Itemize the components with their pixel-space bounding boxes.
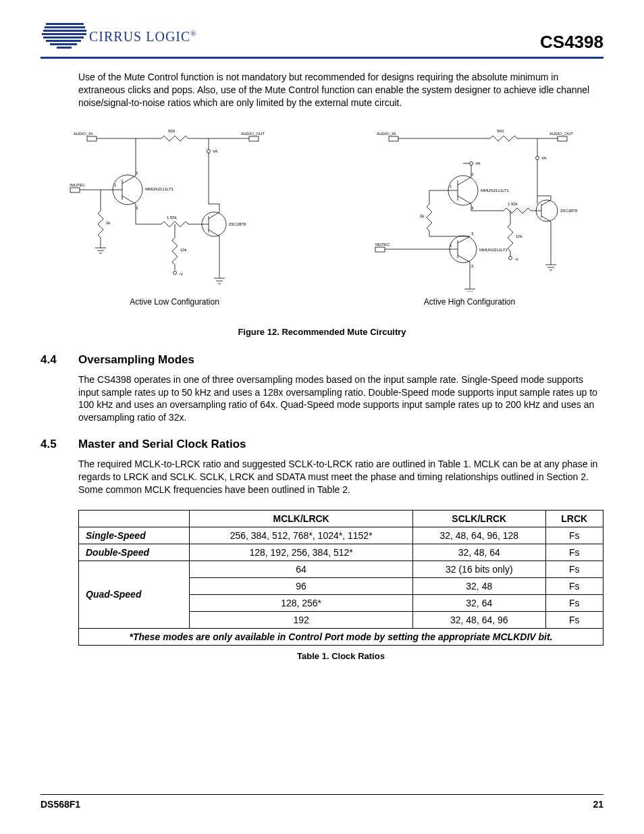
svg-rect-5 [46, 40, 81, 42]
svg-point-55 [173, 271, 176, 274]
svg-rect-2 [43, 30, 86, 32]
svg-point-68 [535, 156, 539, 159]
svg-line-78 [458, 196, 471, 204]
circuit-caption-low: Active Low Configuration [130, 297, 219, 307]
svg-text:2: 2 [136, 171, 138, 175]
svg-rect-65 [558, 136, 567, 141]
svg-text:2: 2 [471, 264, 474, 268]
section-title-44: Oversampling Modes [78, 353, 194, 367]
svg-point-72 [469, 161, 473, 165]
th-lrck: LRCK [545, 510, 603, 527]
svg-line-46 [209, 230, 219, 236]
circuit-diagram-high-icon: AUDIO_IN 560 AUDIO_OUT VA VA MMUN2111LT1 [362, 123, 578, 292]
svg-text:1: 1 [450, 184, 452, 188]
svg-rect-60 [389, 136, 398, 141]
svg-text:AUDIO_IN: AUDIO_IN [74, 132, 92, 136]
th-mclk: MCLK/LRCK [190, 510, 413, 527]
page-footer: DS568F1 21 [41, 794, 603, 810]
svg-text:2: 2 [471, 172, 474, 176]
svg-text:560: 560 [497, 129, 504, 133]
cirrus-logo: CIRRUS LOGIC® [41, 20, 197, 53]
svg-text:3: 3 [471, 232, 474, 236]
svg-rect-7 [57, 47, 72, 49]
svg-text:560: 560 [168, 129, 176, 133]
circuit-active-high: AUDIO_IN 560 AUDIO_OUT VA VA MMUN2111LT1 [362, 123, 578, 307]
circuit-active-low: AUDIO_IN 560 AUDIO_OUT VA /MUTEC MMUN211… [67, 123, 283, 307]
logo-text: CIRRUS LOGIC® [89, 29, 197, 45]
table-row: Quad-Speed 64 32 (16 bits only) Fs [79, 561, 603, 577]
svg-rect-1 [45, 26, 85, 28]
circuit-diagram-low-icon: AUDIO_IN 560 AUDIO_OUT VA /MUTEC MMUN211… [67, 123, 283, 292]
table-1-caption: Table 1. Clock Ratios [78, 651, 603, 661]
svg-text:VA: VA [541, 156, 547, 160]
section-4-5-heading: 4.5 Master and Serial Clock Ratios [41, 438, 603, 451]
intro-paragraph: Use of the Mute Control function is not … [78, 71, 603, 109]
svg-text:1.50k: 1.50k [508, 202, 518, 206]
svg-point-16 [207, 149, 210, 153]
svg-text:2SC2878: 2SC2878 [560, 209, 578, 213]
svg-text:1: 1 [450, 243, 452, 247]
th-sclk: SCLK/LRCK [413, 510, 545, 527]
table-row: Double-Speed 128, 192, 256, 384, 512* 32… [79, 544, 603, 561]
table-footnote-row: *These modes are only available in Contr… [79, 628, 603, 645]
svg-line-112 [458, 255, 470, 262]
svg-text:MMUN2111LT1: MMUN2111LT1 [145, 187, 174, 191]
part-number: CS4398 [540, 32, 603, 53]
cirrus-logo-icon [41, 20, 89, 53]
svg-line-45 [209, 212, 219, 219]
svg-rect-104 [375, 247, 385, 252]
mute-circuitry-figure: AUDIO_IN 560 AUDIO_OUT VA /MUTEC MMUN211… [41, 123, 603, 307]
svg-text:10k: 10k [180, 248, 188, 252]
section-4-4-heading: 4.4 Oversampling Modes [41, 353, 603, 367]
svg-point-123 [508, 256, 512, 259]
svg-rect-4 [43, 36, 84, 38]
section-title-45: Master and Serial Clock Ratios [78, 438, 246, 451]
page-header: CIRRUS LOGIC® CS4398 [41, 20, 603, 59]
table-row: Single-Speed 256, 384, 512, 768*, 1024*,… [79, 527, 603, 544]
svg-text:MMUN2111LT1: MMUN2111LT1 [481, 188, 510, 192]
svg-line-76 [458, 177, 471, 185]
svg-text:MMUN2211LT1: MMUN2211LT1 [479, 248, 508, 252]
figure-12-caption: Figure 12. Recommended Mute Circuitry [41, 327, 603, 337]
svg-rect-8 [87, 136, 97, 141]
svg-text:-V: -V [514, 257, 518, 261]
svg-text:-V: -V [179, 272, 183, 276]
circuit-caption-high: Active High Configuration [424, 297, 515, 307]
svg-line-110 [458, 236, 470, 243]
svg-text:VA: VA [475, 161, 481, 165]
svg-rect-19 [70, 188, 80, 192]
section-num-45: 4.5 [41, 438, 78, 451]
svg-text:VA: VA [213, 149, 218, 153]
svg-rect-6 [50, 43, 77, 45]
svg-text:2k: 2k [106, 221, 111, 225]
section-4-4-text: The CS4398 operates in one of three over… [78, 373, 603, 425]
svg-text:1: 1 [114, 183, 117, 187]
svg-text:3: 3 [136, 206, 138, 210]
svg-text:MUTEC: MUTEC [375, 242, 390, 246]
th-blank [79, 510, 190, 527]
svg-rect-0 [46, 23, 84, 25]
page-number: 21 [593, 799, 603, 810]
svg-text:2SC2878: 2SC2878 [229, 222, 246, 226]
section-4-5-text: The required MCLK-to-LRCK ratio and sugg… [78, 458, 603, 496]
svg-line-26 [122, 196, 136, 204]
svg-text:/MUTEC: /MUTEC [70, 183, 86, 187]
registered-mark: ® [190, 29, 196, 37]
svg-text:1.50k: 1.50k [167, 215, 178, 219]
svg-text:2k: 2k [420, 214, 425, 218]
section-num-44: 4.4 [41, 353, 78, 367]
svg-text:AUDIO_IN: AUDIO_IN [377, 132, 396, 136]
svg-line-25 [122, 176, 136, 184]
svg-text:AUDIO_OUT: AUDIO_OUT [549, 132, 573, 136]
svg-rect-3 [42, 33, 86, 35]
svg-rect-13 [249, 136, 259, 141]
clock-ratios-table: MCLK/LRCK SCLK/LRCK LRCK Single-Speed 25… [78, 510, 603, 646]
svg-text:3: 3 [471, 206, 474, 210]
svg-text:AUDIO_OUT: AUDIO_OUT [241, 132, 265, 136]
doc-id: DS568F1 [41, 799, 80, 810]
svg-text:10k: 10k [516, 234, 523, 238]
